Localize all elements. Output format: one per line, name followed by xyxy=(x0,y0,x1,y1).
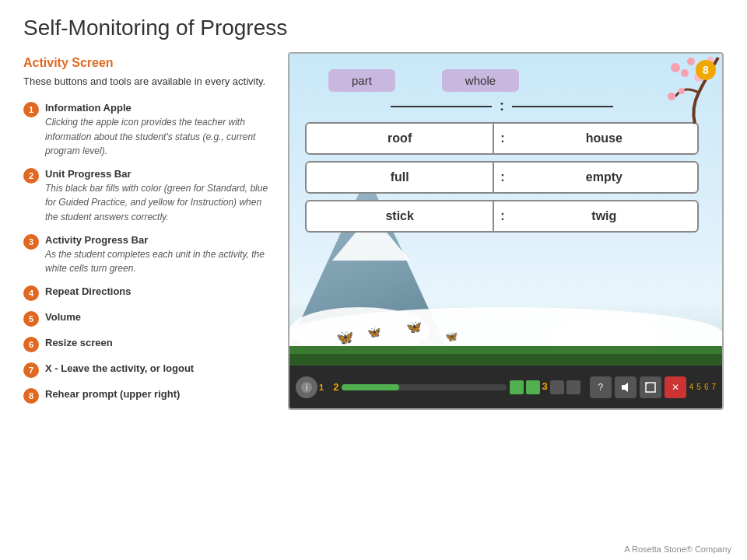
svg-marker-10 xyxy=(622,383,628,392)
list-item-6: 6 Resize screen xyxy=(23,336,272,352)
right-icons-group: ? ✕ 4 5 6 7 xyxy=(590,376,716,398)
butterfly-1: 🦋 xyxy=(336,329,353,346)
unit-number: 2 xyxy=(333,381,338,393)
activity-screen-desc: These buttons and tools are available in… xyxy=(23,75,272,89)
list-num-6: 6 xyxy=(23,337,39,352)
bottom-bar: i 1 2 3 xyxy=(289,366,722,408)
close-button[interactable]: ✕ xyxy=(665,376,686,398)
list-text-2: Unit Progress Bar This black bar fills w… xyxy=(45,167,272,224)
list-num-2: 2 xyxy=(23,168,39,184)
bottom-num-1: 1 xyxy=(319,383,324,392)
bottom-num-6: 6 xyxy=(704,383,709,391)
list-num-1: 1 xyxy=(23,102,39,117)
answer-row-2: full : empty xyxy=(305,161,699,194)
svg-point-3 xyxy=(681,69,689,77)
list-item-8: 8 Rehear prompt (upper right) xyxy=(23,387,272,404)
bottom-right-nums: 4 5 6 7 xyxy=(689,383,716,391)
rosetta-footer: A Rosetta Stone® Company xyxy=(624,544,731,554)
answer-row-1: roof : house xyxy=(305,122,699,155)
list-item-1: 1 Information Apple Clicking the apple i… xyxy=(23,101,272,158)
list-text-1: Information Apple Clicking the apple ico… xyxy=(45,101,272,158)
answer-row-3: stick : twig xyxy=(305,200,699,233)
list-text-7: X - Leave the activity, or logout xyxy=(45,362,194,376)
bottom-num-7: 7 xyxy=(711,383,716,391)
volume-button[interactable] xyxy=(615,376,637,398)
ground-dark-green xyxy=(289,354,722,366)
colon-blank: : xyxy=(500,98,504,114)
butterfly-3: 🦋 xyxy=(406,320,422,334)
part-whole-header: part whole xyxy=(328,69,699,92)
list-num-7: 7 xyxy=(23,362,39,378)
bottom-num-4: 4 xyxy=(689,383,694,391)
list-num-4: 4 xyxy=(23,285,39,301)
activity-screen: 8 part whole : roof : house full xyxy=(288,52,724,410)
colon-2: : xyxy=(494,163,510,192)
butterfly-4: 🦋 xyxy=(445,331,458,342)
progress-section: 2 3 xyxy=(327,380,587,394)
list-item-2: 2 Unit Progress Bar This black bar fills… xyxy=(23,167,272,224)
info-apple-button[interactable]: i xyxy=(296,376,317,398)
unit-progress-bar xyxy=(342,384,506,390)
blank-right xyxy=(512,106,613,107)
bottom-num-5: 5 xyxy=(696,383,701,391)
activity-cells: 3 xyxy=(510,380,580,394)
list-item-3: 3 Activity Progress Bar As the student c… xyxy=(23,233,272,276)
svg-point-5 xyxy=(668,93,675,100)
list-text-6: Resize screen xyxy=(45,336,113,350)
svg-point-6 xyxy=(679,88,685,94)
page-title: Self-Monitoring of Progress xyxy=(0,0,747,48)
butterfly-2: 🦋 xyxy=(367,326,381,338)
answer-cell-full: full xyxy=(307,163,494,192)
list-item-5: 5 Volume xyxy=(23,310,272,327)
part-label: part xyxy=(328,69,395,92)
cell-2 xyxy=(526,380,540,394)
svg-text:i: i xyxy=(306,383,307,392)
whole-label: whole xyxy=(442,69,519,92)
cell-1 xyxy=(510,380,524,394)
list-item-4: 4 Repeat Directions xyxy=(23,285,272,301)
list-text-3: Activity Progress Bar As the student com… xyxy=(45,233,272,276)
bottom-left-group: i 1 xyxy=(296,376,324,398)
svg-point-1 xyxy=(687,58,695,65)
activity-area: part whole : roof : house full : empty xyxy=(305,69,699,239)
answer-cell-stick: stick xyxy=(307,201,494,231)
answer-cell-empty: empty xyxy=(511,163,697,192)
list-text-5: Volume xyxy=(45,310,81,324)
answer-cell-roof: roof xyxy=(307,124,494,153)
left-panel: Activity Screen These buttons and tools … xyxy=(23,48,272,546)
svg-point-0 xyxy=(671,63,680,72)
blank-row: : xyxy=(305,98,699,114)
colon-3: : xyxy=(494,201,510,231)
list-text-8: Rehear prompt (upper right) xyxy=(45,387,180,401)
cell-3 xyxy=(550,380,564,394)
list-item-7: 7 X - Leave the activity, or logout xyxy=(23,362,272,378)
list-text-4: Repeat Directions xyxy=(45,285,132,299)
progress-num: 3 xyxy=(542,380,548,394)
resize-button[interactable] xyxy=(640,376,661,398)
cell-4 xyxy=(566,380,580,394)
list-num-8: 8 xyxy=(23,388,39,404)
help-button[interactable]: ? xyxy=(590,376,612,398)
blank-left xyxy=(391,106,492,107)
unit-progress-fill xyxy=(342,384,399,390)
answer-cell-twig: twig xyxy=(511,201,697,231)
list-num-5: 5 xyxy=(23,311,39,327)
activity-screen-title: Activity Screen xyxy=(23,56,272,70)
badge-8: 8 xyxy=(696,60,716,80)
list-num-3: 3 xyxy=(23,234,39,250)
colon-1: : xyxy=(494,124,510,153)
